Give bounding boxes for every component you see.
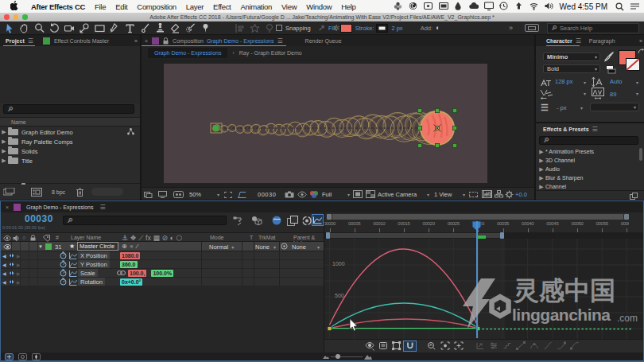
comp-tab-close-icon[interactable]: × [145, 38, 148, 44]
menu-item-help[interactable]: Help [336, 2, 360, 11]
title-action-safe-icon[interactable] [237, 191, 247, 199]
disclosure-triangle-icon[interactable]: ▶ [537, 166, 545, 173]
property-name[interactable]: Rotation [78, 278, 105, 286]
magnification-monitor-icon[interactable] [158, 191, 167, 198]
add-animator-icon[interactable]: ◖︎ [435, 24, 439, 32]
toolbar-overflow-chevron[interactable]: » [509, 24, 512, 32]
effects-panel-menu-icon[interactable]: ☰ [592, 126, 598, 133]
stroke-width-dropdown-arrow[interactable]: ▾ [580, 105, 583, 111]
new-panel-icon[interactable] [630, 193, 638, 200]
menu-item-composition[interactable]: Composition [132, 2, 181, 11]
zoom-in-mountain-icon[interactable] [364, 353, 372, 360]
include-in-graph-icon[interactable] [69, 270, 77, 277]
menu-item-animation[interactable]: Animation [235, 2, 277, 11]
tool-eraser[interactable] [168, 22, 183, 34]
exposure-value[interactable]: +0.0 [515, 191, 527, 198]
mask-visibility-icon[interactable] [173, 191, 184, 198]
zoom-level-dropdown[interactable]: 50% [189, 191, 201, 198]
character-tabs-overflow[interactable]: » [639, 38, 642, 44]
property-name[interactable]: X Position [78, 251, 110, 259]
interpret-footage-icon[interactable] [3, 188, 15, 196]
tool-brush[interactable] [138, 22, 153, 34]
project-item-graph-editor-demo[interactable]: ▶Graph Editor Demo [0, 127, 140, 137]
text-stroke-swatch[interactable] [626, 58, 644, 74]
property-value[interactable]: 1080.0 [120, 252, 140, 259]
frame-blending-icon[interactable] [287, 216, 298, 226]
share-view-icon[interactable] [468, 191, 479, 198]
work-area-start-handle[interactable] [326, 232, 330, 239]
link-dimensions-icon[interactable] [117, 271, 126, 275]
keyframe-prev-arrow[interactable]: ◀ [2, 271, 6, 276]
exposure-histogram-icon[interactable] [483, 190, 492, 198]
tool-rotation[interactable] [47, 22, 62, 34]
comp-tab-title[interactable]: Graph Demo - Expressions [207, 38, 274, 44]
tab-effects-presets[interactable]: Effects & Presets [543, 127, 589, 132]
quality-best-icon[interactable]: ⁄ [137, 243, 138, 250]
disclosure-triangle-icon[interactable]: ▶ [537, 175, 545, 181]
fill-swatch[interactable] [340, 24, 352, 33]
effects-item-blur-sharpen[interactable]: ▶Blur & Sharpen [536, 173, 639, 182]
zoom-slider-knob[interactable] [336, 354, 340, 359]
graph-tool-ease-in[interactable] [554, 341, 568, 352]
disclosure-triangle-icon[interactable]: ▶ [537, 149, 545, 155]
disclosure-triangle-icon[interactable]: ▶ [0, 148, 8, 154]
leading-value[interactable]: Auto [610, 78, 622, 85]
include-in-graph-icon[interactable] [69, 252, 77, 259]
display-frame-icon[interactable] [436, 0, 452, 13]
resolution-dropdown-arrow[interactable]: ▾ [347, 192, 350, 197]
motion-blur-icon[interactable] [301, 216, 312, 226]
graph-tool-convert-linear[interactable] [514, 341, 527, 352]
layer-name-column[interactable]: Layer Name [71, 235, 101, 240]
expand-transfer-controls-icon[interactable] [18, 353, 27, 360]
cloud-icon[interactable] [467, 0, 482, 13]
tool-puppet-pin[interactable] [198, 22, 213, 34]
swirl-icon[interactable] [406, 0, 421, 13]
mini-flowchart-icon[interactable] [495, 190, 503, 198]
graph-tool-show-transform-box[interactable] [390, 341, 403, 352]
effects-scrollbar[interactable] [639, 148, 642, 161]
comp-viewport[interactable] [142, 59, 534, 187]
graph-tool-separate-dimensions[interactable] [473, 341, 487, 352]
disclosure-triangle-icon[interactable]: ▶ [0, 158, 8, 164]
stroke-label[interactable]: Stroke: [355, 25, 374, 32]
tool-pan-behind[interactable] [77, 22, 92, 34]
stopwatch-icon[interactable] [60, 278, 67, 286]
lock-column-icon[interactable] [30, 235, 36, 241]
reset-exposure-icon[interactable] [505, 190, 514, 199]
project-columns-header[interactable]: Name [0, 117, 140, 127]
swap-fill-stroke-icon[interactable] [638, 49, 644, 55]
leading-dropdown-arrow[interactable]: ▾ [636, 80, 638, 85]
menu-item-layer[interactable]: Layer [181, 2, 208, 11]
screen-capture-icon[interactable] [421, 0, 436, 13]
work-area-end-handle[interactable] [500, 232, 504, 239]
time-ruler[interactable]: 0000000005000100001500020000250003000035… [324, 221, 644, 232]
expand-inout-icon[interactable] [32, 353, 41, 360]
graph-editor-area[interactable]: 1000 500 灵感中国 lingganchina .com [324, 239, 643, 339]
graph-tool-graph-type[interactable] [376, 341, 390, 352]
time-navigator-track[interactable] [328, 214, 628, 220]
comp-lock-icon[interactable] [163, 37, 169, 45]
viewer-tab-active[interactable]: Graph Demo - Expressions [148, 48, 227, 58]
project-search-field[interactable]: 🔍︎ [3, 104, 134, 114]
trkmat-column[interactable]: TrkMat [258, 235, 276, 240]
graph-tool-easy-ease[interactable] [541, 341, 554, 352]
tool-clone-stamp[interactable] [153, 22, 168, 34]
kerning-dropdown-arrow[interactable]: ▾ [584, 91, 586, 96]
include-in-graph-icon[interactable] [69, 261, 77, 268]
tab-paragraph[interactable]: Paragraph [589, 38, 615, 44]
graph-editor-toggle[interactable] [312, 214, 324, 226]
notification-center-icon[interactable] [627, 0, 642, 13]
graph-tool-snap[interactable] [403, 341, 417, 352]
time-machine-icon[interactable] [497, 0, 512, 13]
menu-item-effect[interactable]: Effect [208, 2, 235, 11]
include-in-graph-icon[interactable] [69, 278, 77, 286]
layer-label-swatch[interactable] [45, 243, 52, 250]
project-item-title[interactable]: ▶Title [0, 156, 140, 165]
property-row-x-position[interactable]: ◀◆▶X Position1080.0 [1, 251, 324, 260]
always-preview-icon[interactable] [144, 191, 153, 198]
eyedropper-icon[interactable] [604, 51, 615, 62]
keyframe-prev-arrow[interactable]: ◀ [2, 279, 6, 285]
menu-clock[interactable]: Wed 4:55 PM [560, 2, 607, 11]
project-panel-menu-icon[interactable]: ☰ [28, 37, 33, 45]
layer-mode-dropdown[interactable]: Normal▾ [209, 242, 246, 251]
